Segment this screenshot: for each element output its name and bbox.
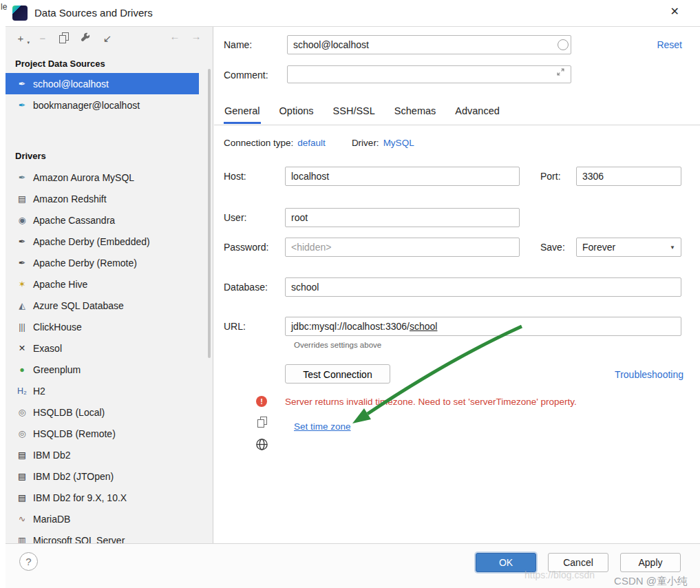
- driver-item[interactable]: ◎ HSQLDB (Remote): [6, 423, 199, 444]
- history-nav: ← →: [169, 31, 202, 41]
- driver-item[interactable]: ▥ Microsoft SQL Server: [6, 529, 199, 544]
- driver-field-value[interactable]: MySQL: [383, 138, 414, 148]
- tab-label: Options: [279, 105, 314, 116]
- save-combobox-value: Forever: [582, 242, 615, 253]
- ok-button[interactable]: OK: [476, 553, 536, 572]
- driver-label: Amazon Aurora MySQL: [33, 172, 134, 183]
- globe-icon[interactable]: [255, 438, 268, 451]
- host-input[interactable]: [285, 167, 520, 186]
- driver-item[interactable]: ▤ IBM Db2 for 9.X, 10.X: [6, 487, 199, 508]
- driver-item[interactable]: ◉ Apache Cassandra: [6, 209, 199, 231]
- mysql-datasource-icon: ✒: [15, 78, 29, 89]
- url-prefix-text: jdbc:mysql://localhost:3306/: [291, 321, 410, 332]
- copy-error-icon[interactable]: [257, 417, 267, 428]
- chevron-down-icon: ▼: [670, 244, 675, 251]
- help-button[interactable]: ?: [19, 552, 38, 571]
- driver-icon: ◎: [15, 407, 29, 417]
- data-source-item[interactable]: ✒ school@localhost: [6, 73, 199, 94]
- driver-item[interactable]: ◎ HSQLDB (Local): [6, 401, 199, 423]
- tab-separator: [214, 125, 700, 125]
- forward-icon: →: [191, 31, 202, 41]
- expand-editor-icon[interactable]: [557, 68, 564, 76]
- driver-icon: ●: [15, 365, 29, 375]
- tab[interactable]: Schemas: [394, 103, 436, 124]
- driver-item[interactable]: ▤ IBM Db2: [6, 444, 199, 465]
- url-input[interactable]: jdbc:mysql://localhost:3306/school: [285, 317, 681, 336]
- add-caret-icon: ▾: [27, 40, 30, 45]
- driver-item[interactable]: ◭ Azure SQL Database: [6, 295, 199, 316]
- database-label: Database:: [224, 282, 268, 293]
- driver-label: IBM Db2 (JTOpen): [33, 471, 114, 482]
- data-source-label: school@localhost: [33, 78, 109, 90]
- import-icon[interactable]: ↙: [102, 33, 113, 43]
- user-input[interactable]: [285, 208, 520, 227]
- driver-item[interactable]: ✒ Apache Derby (Remote): [6, 252, 199, 273]
- driver-item[interactable]: ● Greenplum: [6, 359, 199, 380]
- sidebar: +▾ − ↙ ← → Project Data Sources ✒ school…: [6, 27, 213, 544]
- driver-label: Amazon Redshift: [33, 193, 107, 204]
- connection-type-value[interactable]: default: [297, 138, 326, 148]
- driver-icon: ▤: [15, 471, 29, 481]
- driver-item[interactable]: ✒ Amazon Aurora MySQL: [6, 167, 199, 188]
- driver-item[interactable]: H₂ H2: [6, 380, 199, 401]
- drivers-header: Drivers: [15, 151, 46, 161]
- driver-icon: ∿: [15, 514, 29, 524]
- set-time-zone-link[interactable]: Set time zone: [294, 421, 351, 432]
- driver-icon: H₂: [15, 386, 29, 396]
- driver-field-label: Driver:: [352, 138, 379, 148]
- driver-icon: ✒: [15, 258, 29, 268]
- test-connection-button[interactable]: Test Connection: [285, 364, 390, 384]
- tab[interactable]: SSH/SSL: [332, 103, 376, 124]
- tab[interactable]: Options: [279, 103, 315, 124]
- name-input[interactable]: [287, 35, 571, 54]
- url-database-link[interactable]: school: [410, 321, 437, 332]
- data-source-item[interactable]: ✒ bookmanager@localhost: [6, 94, 199, 116]
- driver-item[interactable]: ✶ Apache Hive: [6, 273, 199, 295]
- database-input[interactable]: [285, 277, 681, 297]
- driver-icon: ▤: [15, 450, 29, 460]
- tab-label: SSH/SSL: [333, 105, 375, 116]
- driver-label: HSQLDB (Local): [33, 407, 105, 418]
- driver-item[interactable]: ▤ IBM Db2 (JTOpen): [6, 465, 199, 487]
- driver-icon: ✶: [15, 279, 29, 289]
- close-icon[interactable]: ✕: [670, 6, 679, 17]
- driver-item[interactable]: ▤ Amazon Redshift: [6, 188, 199, 209]
- driver-icon: ▤: [15, 193, 29, 204]
- password-input[interactable]: [285, 238, 520, 257]
- tab-label: Advanced: [455, 105, 500, 116]
- host-label: Host:: [224, 171, 246, 182]
- driver-item[interactable]: ∿ MariaDB: [6, 508, 199, 529]
- name-label: Name:: [224, 39, 252, 50]
- driver-icon: ✒: [15, 236, 29, 246]
- connection-type-row: Connection type: default Driver: MySQL: [224, 138, 418, 148]
- sidebar-scrollbar[interactable]: [208, 69, 211, 358]
- reset-link[interactable]: Reset: [657, 39, 682, 50]
- driver-item[interactable]: ✒ Apache Derby (Embedded): [6, 231, 199, 252]
- wrench-icon[interactable]: [80, 32, 91, 44]
- user-label: User:: [224, 212, 246, 223]
- save-combobox[interactable]: Forever ▼: [576, 238, 681, 257]
- apply-button[interactable]: Apply: [620, 553, 681, 572]
- url-label: URL:: [224, 321, 246, 332]
- connection-settings-panel: Name: Reset Comment: General Options SSH…: [214, 27, 700, 544]
- project-data-sources-list: ✒ school@localhost ✒ bookmanager@localho…: [6, 73, 199, 116]
- connection-type-label: Connection type:: [224, 138, 293, 148]
- driver-label: IBM Db2 for 9.X, 10.X: [33, 492, 127, 503]
- add-icon[interactable]: +▾: [15, 33, 26, 43]
- tab[interactable]: Advanced: [454, 103, 500, 124]
- driver-label: H2: [33, 386, 45, 397]
- driver-item[interactable]: ✕ Exasol: [6, 337, 199, 359]
- password-label: Password:: [224, 242, 268, 253]
- port-input[interactable]: [576, 167, 681, 186]
- tab[interactable]: General: [224, 103, 261, 124]
- driver-icon: ✕: [15, 343, 29, 353]
- duplicate-icon[interactable]: [59, 32, 69, 43]
- cancel-button[interactable]: Cancel: [548, 553, 608, 572]
- mysql-datasource-icon: ✒: [15, 100, 29, 110]
- comment-input[interactable]: [287, 65, 571, 83]
- troubleshooting-link[interactable]: Troubleshooting: [615, 369, 683, 380]
- driver-label: Exasol: [33, 343, 62, 354]
- driver-label: HSQLDB (Remote): [33, 428, 116, 439]
- driver-item[interactable]: ||| ClickHouse: [6, 316, 199, 337]
- driver-icon: ◎: [15, 428, 29, 439]
